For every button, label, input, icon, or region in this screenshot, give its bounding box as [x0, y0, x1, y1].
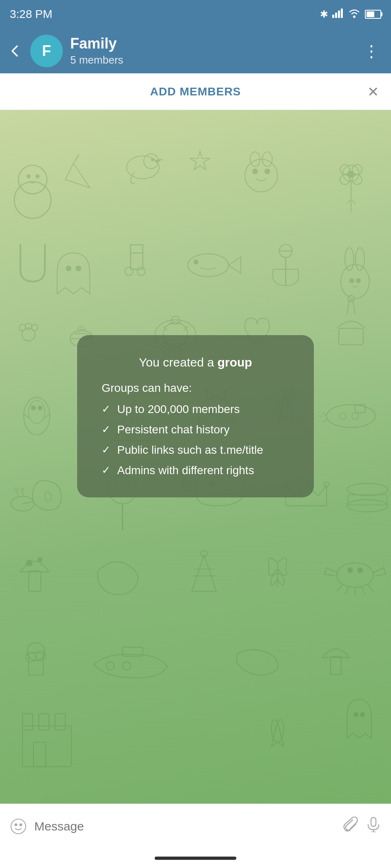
svg-rect-95 [122, 647, 143, 656]
svg-point-55 [38, 406, 42, 410]
svg-point-106 [11, 819, 26, 834]
svg-rect-100 [22, 714, 33, 730]
svg-point-54 [31, 406, 36, 410]
close-button[interactable]: ✕ [367, 84, 379, 100]
list-item: ✓ Persistent chat history [102, 423, 289, 436]
svg-point-21 [340, 165, 350, 174]
checkmark-icon: ✓ [102, 444, 111, 456]
svg-line-71 [22, 491, 24, 497]
svg-point-41 [25, 323, 32, 330]
group-avatar: F [30, 35, 63, 67]
add-members-label[interactable]: ADD MEMBERS [150, 85, 241, 98]
svg-rect-2 [338, 11, 340, 18]
bottom-bar [0, 804, 391, 848]
list-item: ✓ Admins with different rights [102, 464, 289, 477]
attach-button[interactable] [343, 817, 358, 836]
svg-rect-50 [339, 329, 363, 345]
svg-point-104 [354, 713, 358, 717]
svg-rect-103 [33, 742, 46, 767]
wifi-icon [348, 8, 361, 20]
group-info-card: You created a group Groups can have: ✓ U… [77, 335, 314, 497]
svg-point-107 [15, 824, 17, 826]
svg-point-9 [127, 156, 159, 179]
svg-point-35 [345, 248, 354, 271]
battery-icon [365, 10, 381, 19]
svg-point-81 [347, 500, 388, 512]
svg-rect-102 [55, 714, 65, 730]
svg-point-4 [353, 15, 355, 18]
svg-point-12 [245, 159, 278, 192]
svg-point-15 [250, 152, 260, 167]
home-bar [155, 857, 236, 860]
svg-point-88 [337, 563, 373, 588]
info-card-title: You created a group [102, 356, 289, 369]
svg-point-49 [171, 316, 180, 325]
svg-point-30 [279, 245, 292, 258]
svg-rect-82 [348, 495, 387, 505]
member-count: 5 members [70, 54, 353, 66]
svg-point-14 [265, 169, 270, 174]
checkmark-icon: ✓ [102, 423, 111, 436]
svg-point-6 [14, 182, 51, 219]
bluetooth-icon: ✱ [320, 9, 328, 20]
checkmark-icon: ✓ [102, 403, 111, 415]
svg-point-93 [26, 653, 36, 663]
svg-point-40 [19, 325, 26, 331]
svg-point-27 [137, 267, 145, 276]
svg-point-69 [11, 497, 34, 511]
back-button[interactable] [8, 44, 23, 58]
svg-point-92 [27, 643, 45, 661]
svg-rect-0 [332, 15, 334, 18]
message-input[interactable] [34, 819, 335, 833]
svg-point-19 [340, 175, 350, 185]
header-bar: F Family 5 members ⋮ [0, 29, 391, 73]
svg-point-8 [36, 175, 39, 178]
svg-rect-109 [371, 817, 376, 826]
svg-point-65 [327, 405, 375, 428]
svg-point-13 [253, 169, 258, 174]
svg-point-38 [356, 279, 360, 283]
svg-point-97 [122, 662, 131, 670]
svg-rect-91 [29, 653, 43, 675]
svg-point-85 [38, 557, 42, 562]
chat-background: You created a group Groups can have: ✓ U… [0, 110, 391, 804]
svg-point-34 [341, 265, 369, 299]
svg-point-73 [21, 489, 24, 492]
svg-point-16 [262, 152, 272, 167]
mic-button[interactable] [366, 817, 381, 836]
svg-point-11 [151, 159, 154, 161]
svg-point-96 [106, 662, 114, 670]
svg-point-7 [27, 175, 30, 178]
group-name: Family [70, 35, 353, 52]
svg-line-70 [16, 490, 18, 496]
svg-rect-101 [39, 714, 49, 730]
svg-rect-99 [22, 726, 71, 767]
svg-point-89 [348, 568, 353, 573]
svg-point-42 [31, 325, 38, 331]
signal-icon [332, 8, 344, 20]
more-options-button[interactable]: ⋮ [360, 38, 383, 64]
svg-point-79 [324, 482, 329, 487]
svg-point-26 [125, 267, 133, 276]
svg-point-18 [343, 166, 359, 182]
svg-rect-1 [335, 13, 337, 18]
svg-point-10 [144, 154, 158, 169]
list-item: ✓ Up to 200,000 members [102, 403, 289, 416]
header-info: Family 5 members [70, 35, 353, 66]
svg-point-22 [352, 165, 362, 174]
svg-point-105 [360, 713, 364, 717]
svg-point-5 [18, 166, 47, 194]
home-indicator [0, 848, 391, 868]
info-card-subtitle: Groups can have: [102, 382, 289, 395]
svg-point-53 [29, 401, 45, 424]
svg-point-25 [76, 266, 81, 271]
emoji-button[interactable] [10, 818, 27, 835]
svg-point-36 [355, 248, 364, 271]
svg-point-23 [348, 171, 354, 178]
svg-point-68 [352, 413, 358, 420]
info-card-list: ✓ Up to 200,000 members ✓ Persistent cha… [102, 403, 289, 477]
status-bar: 3:28 PM ✱ [0, 0, 391, 29]
add-members-bar: ADD MEMBERS ✕ [0, 73, 391, 110]
svg-point-37 [350, 279, 354, 283]
svg-point-90 [358, 568, 362, 573]
